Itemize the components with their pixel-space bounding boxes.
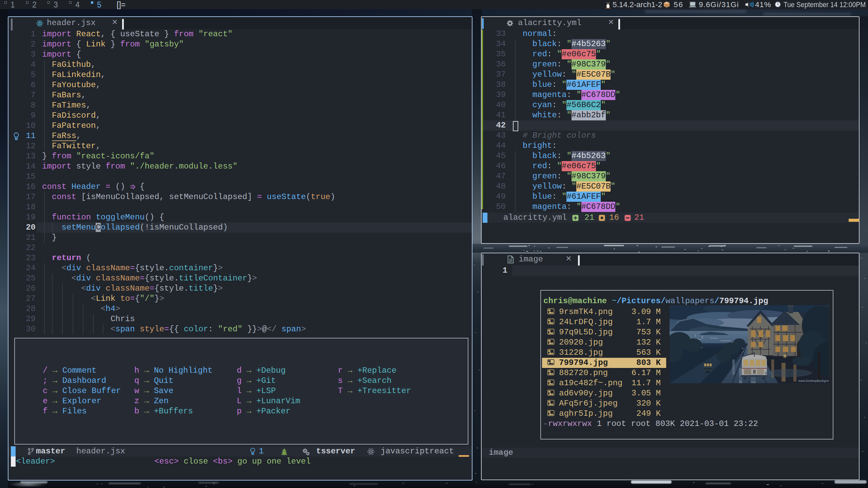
svg-text:www.DesktopBackground.org: www.DesktopBackground.org: [798, 379, 829, 383]
